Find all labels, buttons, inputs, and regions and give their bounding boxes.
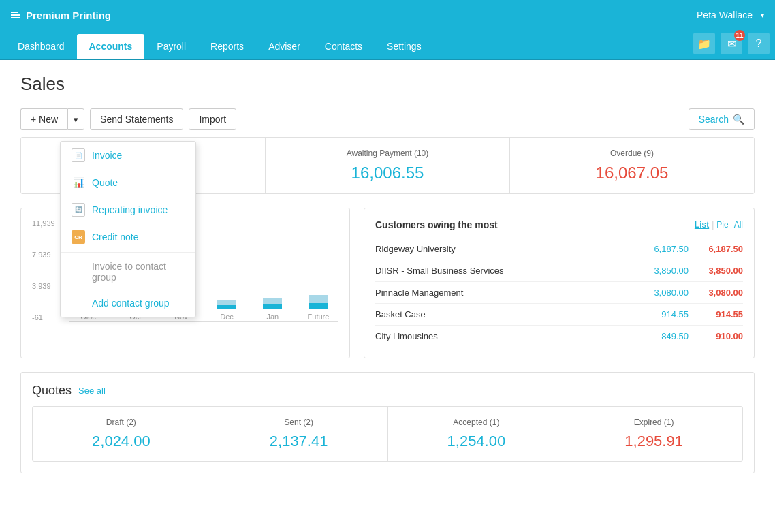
customer-name-2: Pinnacle Management bbox=[375, 287, 634, 298]
send-statements-button[interactable]: Send Statements bbox=[90, 108, 183, 130]
dropdown-divider bbox=[61, 252, 195, 253]
quote-accepted[interactable]: Accepted (1) 1,254.00 bbox=[388, 407, 566, 461]
repeating-icon: 🔄 bbox=[72, 203, 85, 217]
quote-expired-label: Expired (1) bbox=[576, 418, 731, 427]
new-dropdown-button[interactable]: ▾ bbox=[67, 108, 84, 130]
import-button[interactable]: Import bbox=[189, 108, 236, 130]
customer-name-3: Basket Case bbox=[375, 309, 634, 319]
search-button-label: Search bbox=[699, 114, 729, 125]
quote-expired-value: 1,295.91 bbox=[576, 433, 731, 450]
customer-name-4: City Limousines bbox=[375, 331, 634, 341]
customer-amount-0: 6,187.50 bbox=[634, 244, 689, 254]
quote-draft[interactable]: Draft (2) 2,024.00 bbox=[33, 407, 210, 461]
toolbar: + New ▾ Send Statements Import Search 🔍 bbox=[0, 101, 775, 137]
nav-adviser[interactable]: Adviser bbox=[256, 34, 313, 59]
quote-draft-value: 2,024.00 bbox=[44, 433, 199, 450]
nav-right: 📁 ✉ 11 ? bbox=[693, 33, 770, 59]
quotes-grid: Draft (2) 2,024.00 Sent (2) 2,137.41 Acc… bbox=[32, 406, 743, 462]
quotes-header: Quotes See all bbox=[32, 384, 743, 398]
dropdown-repeating[interactable]: 🔄 Repeating invoice bbox=[61, 196, 195, 223]
user-name: Peta Wallace bbox=[697, 10, 753, 20]
status-awaiting-payment[interactable]: Awaiting Payment (10) 16,006.55 bbox=[266, 138, 510, 193]
status-overdue[interactable]: Overdue (9) 16,067.05 bbox=[510, 138, 754, 193]
customers-tabs: List | Pie bbox=[695, 220, 729, 230]
files-icon-btn[interactable]: 📁 bbox=[693, 33, 715, 54]
bar-dec-label: Dec bbox=[220, 313, 234, 321]
app-name: Premium Printing bbox=[26, 10, 111, 21]
customers-title: Customers owing the most bbox=[375, 219, 689, 230]
customer-row-1: DIISR - Small Business Services 3,850.00… bbox=[375, 260, 743, 282]
quote-expired[interactable]: Expired (1) 1,295.91 bbox=[565, 407, 742, 461]
user-dropdown-arrow[interactable]: ▾ bbox=[761, 12, 764, 19]
dropdown-invoice-group-label: Invoice to contact group bbox=[92, 261, 185, 283]
new-button[interactable]: + New bbox=[20, 108, 67, 130]
customers-section: Customers owing the most List | Pie All … bbox=[364, 208, 755, 358]
nav-dashboard[interactable]: Dashboard bbox=[5, 34, 77, 59]
page-title: Sales bbox=[20, 74, 755, 95]
bar-future: Future bbox=[298, 220, 338, 321]
status-overdue-value: 16,067.05 bbox=[521, 163, 743, 183]
quote-draft-label: Draft (2) bbox=[44, 418, 199, 427]
nav-accounts[interactable]: Accounts bbox=[77, 34, 145, 59]
quotes-see-all-link[interactable]: See all bbox=[78, 386, 106, 396]
dropdown-repeating-label: Repeating invoice bbox=[92, 204, 168, 215]
nav-left: Dashboard Accounts Payroll Reports Advis… bbox=[5, 34, 434, 59]
quote-accepted-value: 1,254.00 bbox=[399, 433, 554, 450]
quote-sent[interactable]: Sent (2) 2,137.41 bbox=[210, 407, 388, 461]
nav-contacts[interactable]: Contacts bbox=[313, 34, 375, 59]
invoice-group-icon bbox=[72, 265, 85, 279]
new-btn-group: + New ▾ bbox=[20, 108, 84, 130]
dropdown-invoice-group: Invoice to contact group bbox=[61, 254, 195, 290]
quote-icon: 📊 bbox=[72, 176, 85, 189]
new-button-label: + New bbox=[31, 114, 58, 125]
quotes-section: Quotes See all Draft (2) 2,024.00 Sent (… bbox=[20, 372, 755, 473]
bar-jan-label: Jan bbox=[266, 313, 279, 321]
help-icon-btn[interactable]: ? bbox=[748, 33, 770, 54]
customer-amount-3: 914.55 bbox=[634, 309, 689, 319]
customer-row-2: Pinnacle Management 3,080.00 3,080.00 bbox=[375, 282, 743, 304]
dropdown-credit[interactable]: CR Credit note bbox=[61, 223, 195, 251]
search-button[interactable]: Search 🔍 bbox=[689, 108, 755, 130]
customers-tab-pie[interactable]: Pie bbox=[716, 220, 728, 230]
dropdown-quote-label: Quote bbox=[92, 177, 118, 188]
bar-jan: Jan bbox=[253, 220, 293, 321]
customer-overdue-2: 3,080.00 bbox=[689, 287, 743, 298]
dropdown-add-contact-label: Add contact group bbox=[92, 298, 170, 309]
credit-icon: CR bbox=[72, 230, 85, 244]
customer-row-4: City Limousines 849.50 910.00 bbox=[375, 326, 743, 347]
customer-row-3: Basket Case 914.55 914.55 bbox=[375, 304, 743, 326]
customer-name-0: Ridgeway University bbox=[375, 244, 634, 254]
dropdown-credit-label: Credit note bbox=[92, 232, 138, 242]
page-header: Sales bbox=[0, 60, 775, 101]
customer-overdue-1: 3,850.00 bbox=[689, 266, 743, 276]
nav-payroll[interactable]: Payroll bbox=[144, 34, 198, 59]
page-content: Sales + New ▾ Send Statements Import Sea… bbox=[0, 60, 775, 532]
customer-overdue-4: 910.00 bbox=[689, 331, 743, 341]
messages-icon-btn[interactable]: ✉ 11 bbox=[721, 33, 742, 54]
status-overdue-label: Overdue (9) bbox=[521, 148, 743, 158]
customers-header: Customers owing the most List | Pie All bbox=[375, 219, 743, 230]
dropdown-invoice[interactable]: 📄 Invoice bbox=[61, 142, 195, 169]
customer-row-0: Ridgeway University 6,187.50 6,187.50 bbox=[375, 238, 743, 260]
chevron-down-icon: ▾ bbox=[74, 114, 78, 125]
customers-tab-list[interactable]: List bbox=[695, 220, 709, 230]
customers-all-link[interactable]: All bbox=[734, 220, 743, 230]
dropdown-add-contact-group[interactable]: Add contact group bbox=[61, 290, 195, 317]
logo-icon bbox=[11, 12, 20, 18]
search-icon: 🔍 bbox=[733, 114, 744, 125]
dropdown-quote[interactable]: 📊 Quote bbox=[61, 169, 195, 196]
dropdown-menu: 📄 Invoice 📊 Quote 🔄 Repeating invoice CR… bbox=[60, 141, 196, 317]
status-payment-label: Awaiting Payment (10) bbox=[276, 148, 499, 158]
top-bar-right: Peta Wallace ▾ bbox=[697, 10, 764, 20]
nav-settings[interactable]: Settings bbox=[375, 34, 434, 59]
customer-name-1: DIISR - Small Business Services bbox=[375, 266, 634, 276]
nav-reports[interactable]: Reports bbox=[198, 34, 256, 59]
add-contact-icon bbox=[72, 296, 85, 310]
tab-divider: | bbox=[712, 220, 714, 230]
customer-overdue-0: 6,187.50 bbox=[689, 244, 743, 254]
bar-dec: Dec bbox=[207, 220, 247, 321]
bar-future-label: Future bbox=[308, 313, 330, 321]
customer-amount-4: 849.50 bbox=[634, 331, 689, 341]
customer-overdue-3: 914.55 bbox=[689, 309, 743, 319]
customer-amount-1: 3,850.00 bbox=[634, 266, 689, 276]
